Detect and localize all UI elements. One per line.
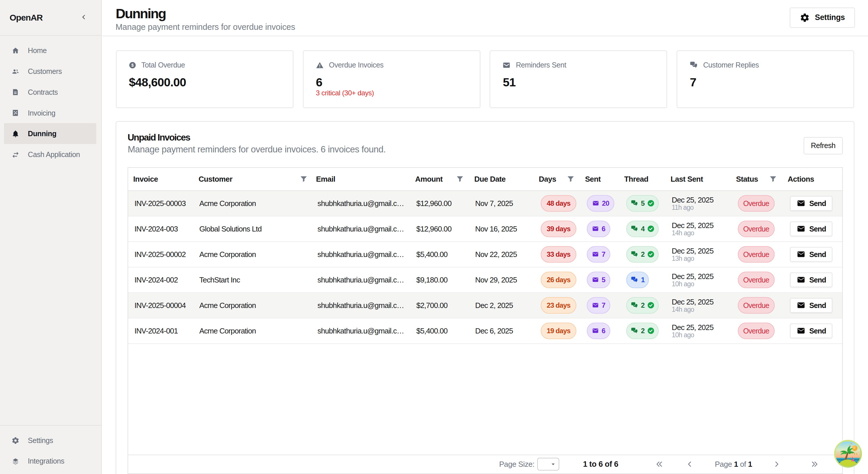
svg-text:$: $ (131, 63, 134, 68)
